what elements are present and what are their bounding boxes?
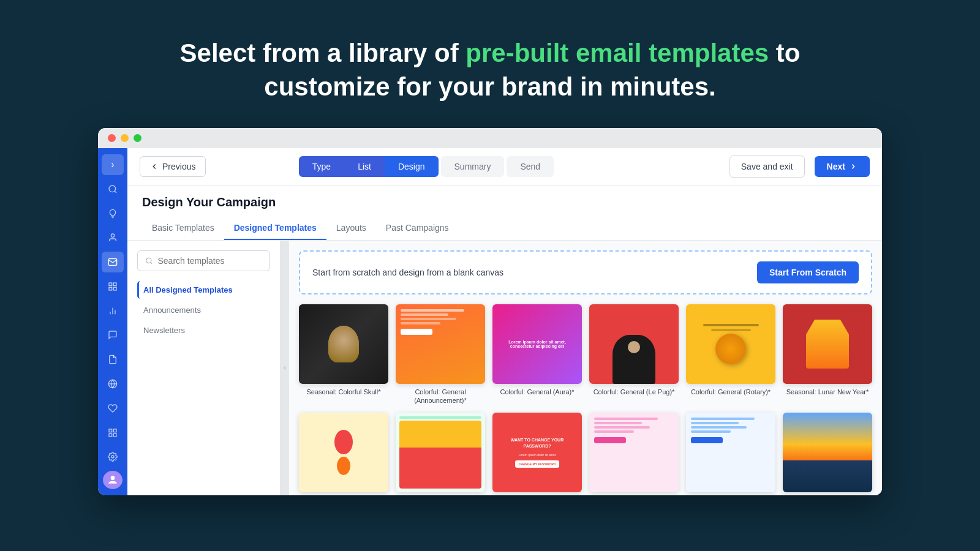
template-card-orange[interactable]: Colorful: General (Announcement)* [396,304,485,405]
step-send[interactable]: Send [507,156,554,177]
template-card-sunset[interactable]: Coastal: Sunset* [783,413,872,495]
sidebar-icon-chart[interactable] [102,301,124,321]
template-card-pug[interactable]: Colorful: General (Le Pug)* [589,304,679,405]
template-card-blue-text[interactable]: Colorful: General (Blue)* [686,413,775,495]
svg-point-16 [111,455,114,458]
svg-rect-4 [113,283,116,286]
save-exit-button[interactable]: Save and exit [729,156,805,178]
svg-rect-2 [108,259,116,266]
template-card-password[interactable]: WANT TO CHANGE YOUR PASSWORD? Lorem ipsu… [492,413,582,495]
template-thumb-orange [396,304,485,384]
window-close-dot[interactable] [108,134,116,142]
hero-title: Select from a library of pre-built email… [12,37,968,103]
templates-area: Start from scratch and design from a bla… [289,241,882,495]
page-title: Design Your Campaign [142,195,867,209]
step-type[interactable]: Type [299,156,344,177]
svg-rect-14 [109,433,112,437]
template-card-rotary[interactable]: Colorful: General (Rotary)* [686,304,775,405]
step-summary[interactable]: Summary [441,156,505,177]
sidebar-icon-heart[interactable] [102,398,124,419]
template-thumb-rotary [686,304,775,384]
template-card-lantern[interactable]: Seasonal: Lunar New Year 2* [299,413,388,495]
sidebar-icon-person[interactable] [102,227,124,248]
template-card-pink[interactable]: Lorem ipsum dolor sit amet, consectetur … [492,304,582,405]
template-thumb-lunar [783,304,872,384]
page-title-area: Design Your Campaign [127,186,882,217]
step-design[interactable]: Design [385,156,439,177]
template-thumb-pink2 [589,413,679,492]
top-navigation: Previous Type List Design Summary [127,148,882,186]
template-card-cherry[interactable]: Colorful: General (Cherry)* [396,413,485,495]
sidebar: › [98,148,127,495]
search-icon [145,257,153,265]
sidebar-icon-comment[interactable] [102,325,124,346]
sidebar-icon-search[interactable] [102,179,124,200]
template-thumb-blue-text [686,413,775,492]
sidebar-icon-bulb[interactable] [102,203,124,224]
tab-designed[interactable]: Designed Templates [224,217,326,240]
template-thumb-password: WANT TO CHANGE YOUR PASSWORD? Lorem ipsu… [492,413,582,492]
template-thumb-pink: Lorem ipsum dolor sit amet, consectetur … [492,304,582,384]
template-thumb-sunset [783,413,872,492]
search-box[interactable] [137,250,270,271]
previous-label: Previous [162,162,195,171]
user-avatar[interactable] [103,471,123,489]
template-name-pink: Colorful: General (Aura)* [500,388,574,396]
window-minimize-dot[interactable] [121,134,129,142]
search-input[interactable] [158,256,263,266]
filter-newsletters[interactable]: Newsletters [137,321,270,339]
svg-point-1 [111,234,114,237]
scratch-banner: Start from scratch and design from a bla… [299,250,872,294]
tab-past-campaigns[interactable]: Past Campaigns [376,217,459,240]
svg-point-0 [109,186,116,192]
templates-grid-row2: Seasonal: Lunar New Year 2* Colorful: Ge… [299,413,872,495]
svg-rect-6 [113,287,116,290]
template-card-skull[interactable]: Seasonal: Colorful Skull* [299,304,388,405]
sidebar-icon-apps[interactable] [102,422,124,443]
tab-layouts[interactable]: Layouts [326,217,376,240]
filter-panel: All Designed Templates Announcements New… [127,241,281,495]
hero-section: Select from a library of pre-built email… [0,0,980,128]
sidebar-icon-grid[interactable] [102,276,124,297]
template-name-lunar: Seasonal: Lunar New Year* [786,388,869,396]
sidebar-icon-chevron[interactable]: › [102,154,124,175]
svg-point-17 [146,258,151,263]
svg-rect-5 [109,287,112,290]
template-card-lunar[interactable]: Seasonal: Lunar New Year* [783,304,872,405]
sidebar-icon-gear[interactable] [102,446,124,467]
template-thumb-pug [589,304,679,384]
template-name-orange: Colorful: General (Announcement)* [396,388,485,405]
svg-rect-12 [109,429,112,432]
sidebar-icon-email[interactable] [102,252,124,272]
inner-content: All Designed Templates Announcements New… [127,241,882,495]
svg-rect-13 [113,429,116,432]
svg-rect-15 [113,433,116,437]
steps-container: Type List Design Summary Send [299,156,554,177]
start-from-scratch-button[interactable]: Start From Scratch [757,261,859,283]
app-window: › [98,128,882,495]
scratch-label: Start from scratch and design from a bla… [312,268,503,277]
template-thumb-skull [299,304,388,384]
window-maximize-dot[interactable] [134,134,141,142]
sidebar-icon-doc[interactable] [102,349,124,370]
template-thumb-cherry [396,413,485,492]
filter-all[interactable]: All Designed Templates [137,281,270,299]
step-list[interactable]: List [344,156,385,177]
hero-highlight: pre-built email templates [466,39,769,67]
sidebar-icon-globe[interactable] [102,373,124,394]
title-bar [98,128,882,148]
template-thumb-lantern [299,413,388,492]
tab-bar: Basic Templates Designed Templates Layou… [127,217,882,241]
filter-announcements[interactable]: Announcements [137,301,270,319]
panel-collapse-tab[interactable] [281,241,289,495]
svg-rect-3 [109,283,112,286]
templates-grid-row1: Seasonal: Colorful Skull* Colorful: Gene… [299,304,872,405]
content-area: Previous Type List Design Summary [127,148,882,495]
previous-button[interactable]: Previous [140,156,206,177]
template-card-pink2[interactable]: Colorful: General (Pink)* [589,413,679,495]
template-name-rotary: Colorful: General (Rotary)* [691,388,771,396]
next-button[interactable]: Next [815,156,870,177]
template-name-skull: Seasonal: Colorful Skull* [306,388,380,396]
template-name-pug: Colorful: General (Le Pug)* [594,388,675,396]
tab-basic[interactable]: Basic Templates [142,217,224,240]
